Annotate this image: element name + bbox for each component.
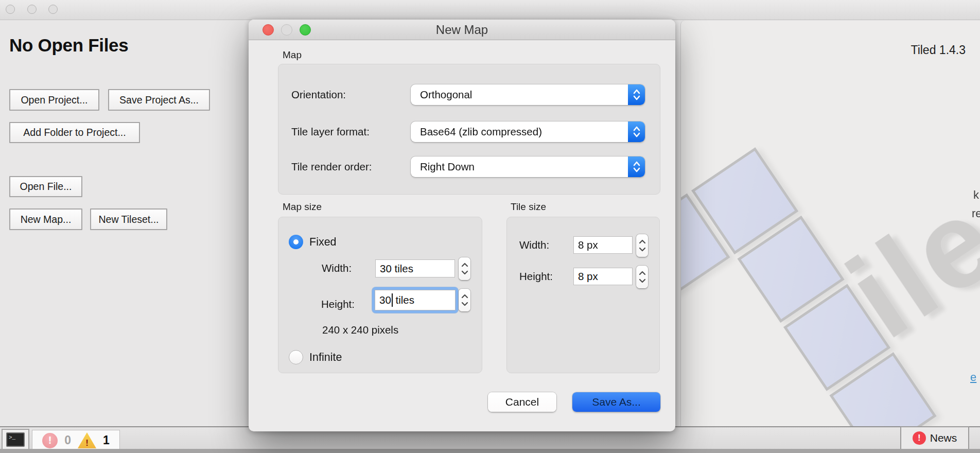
map-height-label: Height:: [321, 298, 355, 310]
save-as-button[interactable]: Save As...: [572, 392, 660, 412]
chevron-down-icon: [639, 278, 646, 283]
edge-text-fragment: re: [972, 207, 980, 220]
map-height-input[interactable]: 30 tiles: [372, 287, 458, 313]
dialog-zoom-button[interactable]: [300, 24, 311, 36]
page-title: No Open Files: [9, 35, 128, 56]
chevron-up-icon: [639, 239, 646, 244]
infinite-radio[interactable]: [289, 350, 303, 364]
warning-icon: !: [78, 432, 96, 448]
tile-layer-format-select[interactable]: Base64 (zlib compressed): [411, 121, 645, 142]
news-button[interactable]: ! News: [900, 426, 969, 450]
main-minimize-button[interactable]: [27, 5, 37, 14]
tile-width-label: Width:: [519, 239, 549, 251]
tile-width-stepper[interactable]: [636, 234, 648, 257]
map-size-section-label: Map size: [283, 201, 322, 213]
terminal-icon: [6, 432, 25, 447]
combo-arrows-icon: [628, 156, 645, 177]
logo-tile-icon: [783, 284, 890, 391]
logo-tile-icon: [829, 352, 936, 426]
tile-height-stepper[interactable]: [636, 266, 648, 288]
logo-tile-icon: [737, 216, 844, 323]
map-groupbox: Orientation: Orthogonal Tile layer forma…: [278, 64, 660, 195]
map-width-stepper[interactable]: [459, 257, 470, 280]
tiled-logo-watermark: iled: [691, 21, 980, 404]
combo-arrows-icon: [628, 121, 645, 142]
dialog-close-button[interactable]: [262, 24, 274, 36]
warning-count: 1: [103, 433, 110, 447]
tile-render-order-select[interactable]: Right Down: [411, 156, 645, 177]
chevron-up-icon: [639, 271, 646, 275]
main-zoom-button[interactable]: [48, 5, 58, 14]
save-project-as-button[interactable]: Save Project As...: [108, 89, 210, 111]
news-panel: Tiled 1.4.3 iled: [680, 21, 980, 426]
chevron-down-icon: [461, 270, 468, 275]
main-window-titlebar: [0, 0, 980, 20]
new-tileset-button[interactable]: New Tileset...: [90, 208, 167, 230]
infinite-radio-label: Infinite: [309, 351, 342, 364]
tile-height-label: Height:: [519, 270, 553, 283]
chevron-up-icon: [461, 263, 468, 267]
map-pixel-size-text: 240 x 240 pixels: [322, 324, 398, 336]
edge-text-fragment: k: [973, 188, 979, 202]
map-height-stepper[interactable]: [459, 289, 470, 311]
console-toggle-button[interactable]: [2, 429, 29, 450]
chevron-down-icon: [639, 247, 646, 252]
dialog-titlebar[interactable]: New Map: [249, 20, 675, 40]
add-folder-to-project-button[interactable]: Add Folder to Project...: [9, 122, 140, 143]
map-section-label: Map: [283, 49, 302, 61]
open-project-button[interactable]: Open Project...: [9, 89, 99, 111]
window-bottom-edge: [0, 449, 980, 453]
tile-layer-format-label: Tile layer format:: [291, 126, 370, 138]
tile-size-groupbox: Width: 8 px Height: 8 px: [506, 217, 660, 373]
map-width-input[interactable]: 30 tiles: [375, 259, 455, 277]
cancel-button[interactable]: Cancel: [488, 392, 556, 412]
dialog-title: New Map: [249, 20, 675, 40]
tile-height-input[interactable]: 8 px: [573, 268, 633, 285]
map-width-label: Width:: [322, 262, 352, 274]
issues-counter[interactable]: ! 0 ! 1: [32, 430, 120, 451]
error-count: 0: [64, 433, 71, 447]
dialog-minimize-button: [281, 24, 292, 36]
chevron-down-icon: [461, 302, 468, 306]
logo-tile-icon: [680, 194, 730, 301]
tile-render-order-label: Tile render order:: [291, 161, 372, 173]
main-close-button[interactable]: [6, 5, 15, 14]
fixed-radio[interactable]: [289, 235, 303, 249]
orientation-label: Orientation:: [291, 89, 346, 101]
map-size-groupbox: Fixed Width: 30 tiles Height: 30 tiles 2…: [278, 217, 482, 373]
logo-iled-text: iled: [829, 131, 980, 358]
combo-arrows-icon: [628, 84, 645, 105]
error-icon: !: [42, 433, 58, 448]
orientation-select[interactable]: Orthogonal: [411, 84, 645, 105]
chevron-up-icon: [461, 294, 468, 299]
edge-link-fragment[interactable]: e: [970, 371, 976, 384]
app-version-label: Tiled 1.4.3: [911, 43, 966, 57]
fixed-radio-label: Fixed: [309, 236, 337, 249]
logo-tile-icon: [691, 147, 798, 254]
tile-size-section-label: Tile size: [511, 201, 546, 213]
news-alert-icon: !: [913, 431, 926, 445]
new-map-dialog: New Map Map Orientation: Orthogonal Tile…: [249, 20, 675, 431]
new-map-button[interactable]: New Map...: [9, 208, 82, 230]
open-file-button[interactable]: Open File...: [9, 176, 82, 197]
tile-width-input[interactable]: 8 px: [573, 236, 633, 254]
